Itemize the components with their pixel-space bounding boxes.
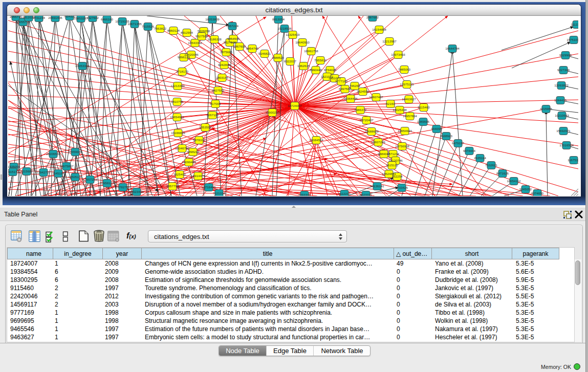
svg-text:1167531: 1167531: [568, 158, 578, 162]
svg-text:2718170: 2718170: [176, 70, 189, 73]
svg-text:9731234: 9731234: [33, 16, 46, 19]
svg-text:8990448: 8990448: [310, 68, 322, 72]
svg-text:1362615: 1362615: [297, 64, 310, 68]
svg-text:6479197: 6479197: [452, 141, 465, 145]
svg-text:10671355: 10671355: [127, 22, 142, 26]
svg-text:3498222: 3498222: [187, 150, 200, 154]
svg-text:7386372: 7386372: [354, 108, 367, 112]
svg-text:252254: 252254: [392, 174, 403, 178]
svg-text:3624554: 3624554: [357, 90, 369, 93]
svg-text:16543362: 16543362: [188, 41, 202, 45]
svg-text:7515526: 7515526: [142, 25, 155, 28]
svg-text:9223311: 9223311: [360, 193, 372, 196]
svg-text:18640910: 18640910: [295, 40, 310, 44]
svg-text:16154808: 16154808: [372, 28, 386, 31]
svg-text:8938923: 8938923: [440, 134, 453, 138]
svg-text:9529906: 9529906: [559, 53, 572, 57]
svg-text:9527508: 9527508: [224, 40, 236, 44]
svg-text:19218506: 19218506: [277, 27, 292, 30]
svg-text:14055715: 14055715: [16, 20, 30, 24]
svg-text:20206531: 20206531: [46, 152, 60, 156]
svg-text:16961758: 16961758: [304, 49, 318, 53]
svg-text:9857791: 9857791: [166, 184, 179, 188]
svg-text:10807487: 10807487: [369, 95, 383, 99]
svg-text:1588520: 1588520: [272, 56, 285, 59]
svg-text:2055715: 2055715: [10, 16, 23, 18]
svg-text:1854546: 1854546: [227, 37, 240, 40]
svg-text:8322037: 8322037: [284, 59, 297, 63]
svg-text:9734028: 9734028: [324, 68, 337, 72]
svg-text:1810755: 1810755: [171, 100, 184, 103]
svg-text:7632621: 7632621: [485, 163, 498, 167]
svg-text:33975867: 33975867: [59, 164, 74, 168]
svg-text:944095: 944095: [431, 127, 442, 130]
svg-text:1089695: 1089695: [417, 120, 430, 123]
svg-text:11325419: 11325419: [286, 33, 300, 36]
svg-text:12505135: 12505135: [68, 175, 82, 179]
svg-text:9227349: 9227349: [557, 68, 570, 72]
svg-text:9896123: 9896123: [178, 55, 190, 59]
svg-text:14099489: 14099489: [182, 160, 196, 164]
svg-text:9115460: 9115460: [418, 105, 430, 109]
svg-text:16053809: 16053809: [205, 17, 220, 21]
svg-text:8471626: 8471626: [496, 171, 509, 175]
svg-text:15720407: 15720407: [359, 118, 374, 122]
svg-text:18724007: 18724007: [288, 104, 302, 107]
svg-text:7625402: 7625402: [173, 172, 186, 176]
svg-text:12213967: 12213967: [382, 39, 397, 43]
svg-text:1112345: 1112345: [571, 23, 578, 26]
svg-text:10210643: 10210643: [555, 114, 569, 117]
svg-text:19654923: 19654923: [398, 129, 412, 133]
svg-text:20691406: 20691406: [48, 16, 62, 19]
svg-text:18120746: 18120746: [388, 159, 403, 162]
svg-text:8374650: 8374650: [531, 191, 544, 195]
svg-text:1145194: 1145194: [52, 171, 64, 175]
svg-text:15692971: 15692971: [556, 129, 571, 133]
svg-text:9245052: 9245052: [519, 187, 532, 191]
svg-text:10973493: 10973493: [391, 53, 405, 56]
svg-text:8813054: 8813054: [272, 17, 285, 21]
svg-text:6497568: 6497568: [339, 87, 352, 91]
svg-text:12975115: 12975115: [400, 82, 414, 86]
svg-text:9146821: 9146821: [258, 52, 271, 55]
svg-text:19654923: 19654923: [170, 115, 184, 119]
svg-text:14957864: 14957864: [403, 114, 417, 118]
svg-text:3267110: 3267110: [206, 113, 219, 117]
svg-text:19384554: 19384554: [309, 138, 323, 142]
svg-text:8454749: 8454749: [246, 47, 259, 50]
svg-text:7955812: 7955812: [314, 58, 327, 62]
svg-text:16914479: 16914479: [191, 174, 205, 178]
svg-text:20053346: 20053346: [75, 64, 90, 68]
svg-text:7957224: 7957224: [226, 24, 239, 28]
svg-text:10025438: 10025438: [393, 108, 407, 112]
svg-text:10958127: 10958127: [100, 181, 114, 185]
svg-text:8112233: 8112233: [338, 192, 351, 195]
svg-text:12942737: 12942737: [36, 170, 51, 174]
svg-text:62160: 62160: [386, 102, 395, 105]
svg-text:14136141: 14136141: [370, 184, 384, 188]
svg-text:3215955: 3215955: [540, 107, 553, 111]
svg-text:2887682: 2887682: [366, 16, 379, 19]
svg-text:16644784: 16644784: [445, 47, 460, 50]
svg-text:8660124: 8660124: [167, 29, 180, 32]
svg-text:8912954: 8912954: [181, 31, 193, 34]
svg-text:1215682: 1215682: [20, 169, 33, 173]
svg-text:7485063: 7485063: [398, 68, 411, 71]
svg-text:9527509: 9527509: [195, 34, 208, 38]
svg-text:2867608: 2867608: [233, 45, 246, 48]
svg-text:3915173: 3915173: [8, 170, 19, 173]
svg-text:15751074: 15751074: [567, 38, 578, 41]
svg-text:17016504: 17016504: [559, 143, 574, 147]
svg-text:17957253: 17957253: [83, 178, 97, 181]
svg-text:10688609: 10688609: [364, 129, 379, 133]
svg-text:19463627: 19463627: [402, 97, 416, 101]
svg-text:9777169: 9777169: [335, 79, 348, 83]
svg-text:9293346: 9293346: [298, 193, 311, 196]
svg-text:7663822: 7663822: [154, 27, 167, 30]
svg-text:16782759: 16782759: [116, 185, 130, 189]
svg-text:18186328: 18186328: [207, 37, 222, 41]
svg-text:6466160: 6466160: [101, 17, 114, 21]
svg-text:12923446: 12923446: [129, 190, 144, 193]
svg-text:10654112: 10654112: [507, 179, 521, 183]
svg-text:19756928: 19756928: [395, 144, 409, 148]
